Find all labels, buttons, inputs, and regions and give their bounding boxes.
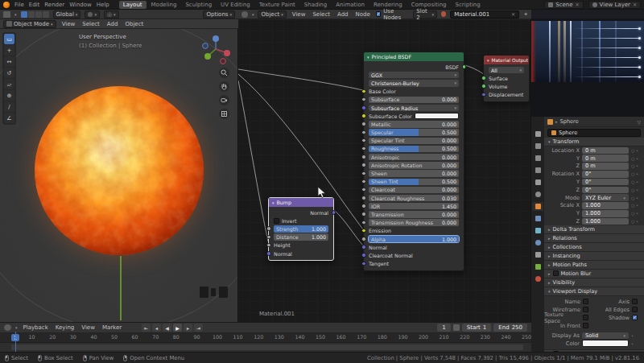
pin-icon[interactable]: ✦ (523, 11, 528, 18)
node-header[interactable]: ▾ Material Output (484, 56, 529, 64)
socket-output[interactable] (462, 64, 467, 69)
properties-tab-object[interactable] (532, 202, 543, 211)
socket-input[interactable] (361, 97, 366, 102)
socket-input[interactable] (266, 251, 271, 256)
socket-input[interactable] (361, 253, 366, 258)
decorator-icons[interactable]: ○ • (631, 203, 641, 208)
node-material-output[interactable]: ▾ Material Output All▾SurfaceVolumeDispl… (483, 55, 530, 102)
move-tool-button[interactable]: ↔ (4, 56, 14, 67)
next-keyframe-button[interactable]: ▸ (184, 324, 192, 332)
transform-y-field[interactable]: 0 m (582, 155, 629, 162)
select-mode-toggle-group[interactable] (21, 11, 49, 18)
socket-input[interactable] (481, 93, 486, 97)
properties-tab-output[interactable] (532, 154, 543, 163)
principled-subsurface-field[interactable]: Subsurface0.000 (369, 97, 459, 103)
socket-input[interactable] (481, 84, 486, 89)
properties-tab-render[interactable] (532, 142, 543, 151)
socket-input[interactable] (266, 226, 271, 231)
principled-clearcoat-field[interactable]: Clearcoat0.000 (369, 187, 459, 193)
principled-metallic-field[interactable]: Metallic0.000 (369, 121, 459, 127)
timeline-menu-keying[interactable]: Keying (54, 324, 76, 331)
node-bump[interactable]: ▾ Bump NormalInvertStrength1.000Distance… (268, 197, 334, 261)
transform-z-field[interactable]: 1.000 (582, 218, 629, 225)
socket-input[interactable] (361, 163, 366, 167)
start-frame-field[interactable]: Start1 (462, 324, 492, 332)
play-reverse-button[interactable]: ◀ (163, 324, 171, 332)
properties-tab-view-layer[interactable] (532, 166, 543, 175)
navigation-gizmo[interactable] (199, 32, 233, 66)
principled-anisotropic-rotation-field[interactable]: Anisotropic Rotation0.000 (369, 162, 459, 168)
breadcrumb-object-name[interactable]: Sphere (560, 118, 579, 125)
timeline-editor-icon[interactable] (4, 324, 11, 331)
principled-transmission-field[interactable]: Transmission0.000 (369, 211, 459, 217)
transform-mode-field[interactable]: XYZ Euler▾ (582, 194, 629, 201)
select-box-tool-button[interactable]: ▭ (4, 34, 14, 44)
image-editor[interactable] (531, 19, 644, 117)
principled-christensen-burley-dropdown[interactable]: Christensen-Burley▾ (369, 80, 459, 86)
shader-type-dropdown[interactable]: Object▾ (258, 10, 286, 19)
socket-input[interactable] (266, 235, 271, 240)
axis-checkbox[interactable]: ✓ (632, 299, 638, 304)
principled-transmission-roughness-field[interactable]: Transmission Roughness0.000 (369, 219, 459, 225)
socket-input[interactable] (266, 243, 271, 248)
socket-input[interactable] (361, 122, 366, 126)
decorator-icons[interactable]: ○ • (631, 211, 641, 216)
socket-input[interactable] (361, 171, 366, 176)
jump-to-end-button[interactable]: ⇥ (194, 324, 203, 332)
shader-menu-view[interactable]: View (291, 11, 308, 18)
node-header[interactable]: ▾ Principled BSDF (364, 52, 464, 61)
unlink-material-icon[interactable]: ✕ (511, 11, 515, 17)
timeline-menu-view[interactable]: View (80, 324, 97, 331)
decorator-icons[interactable]: ○ • (631, 156, 641, 161)
socket-input[interactable] (361, 221, 366, 225)
shader-node-editor[interactable]: ▾ Principled BSDF BSDFGGX▾Christensen-Bu… (238, 19, 531, 322)
properties-tab-tool[interactable] (532, 130, 543, 138)
scale-tool-button[interactable]: ▱ (4, 79, 14, 89)
transform-z-field[interactable]: 0 m (582, 163, 629, 170)
socket-input[interactable] (361, 179, 366, 184)
socket-input[interactable] (361, 105, 366, 110)
panel-transform[interactable]: ▾Transform (544, 138, 644, 146)
menu-render[interactable]: Render (42, 2, 67, 8)
socket-input[interactable] (361, 196, 366, 200)
panel-delta-transform[interactable]: ▸Delta Transform (544, 225, 644, 234)
viewport-menu-view[interactable]: View (60, 21, 77, 27)
jump-to-start-button[interactable]: ⇤ (142, 324, 151, 332)
lock-range-icon[interactable] (453, 324, 460, 331)
decorator-icons[interactable]: ○ • (631, 163, 641, 168)
blender-logo-icon[interactable] (3, 2, 10, 8)
shadow-checkbox[interactable]: ✓ (632, 315, 638, 320)
menu-edit[interactable]: Edit (27, 2, 43, 8)
bump-strength-field[interactable]: Strength1.000 (274, 225, 328, 232)
rotate-tool-button[interactable]: ↺ (4, 68, 14, 78)
decorator-icons[interactable]: ○ • (631, 196, 641, 200)
scene-selector[interactable]: Scene ✕ (544, 1, 583, 9)
measure-tool-button[interactable]: ∠ (4, 113, 14, 123)
shader-editor-type-icon[interactable] (242, 11, 248, 18)
node-header[interactable]: ▾ Bump (269, 198, 333, 207)
workspace-tab-modeling[interactable]: Modeling (147, 1, 181, 9)
menu-window[interactable]: Window (67, 2, 94, 8)
principled-sheen-field[interactable]: Sheen0.000 (369, 170, 459, 176)
options-dropdown[interactable]: Options▾ (203, 10, 235, 19)
filter-icon[interactable]: ▽ (637, 119, 641, 125)
socket-input[interactable] (361, 229, 366, 233)
properties-tab-constraints[interactable] (532, 250, 543, 259)
principled-alpha-field[interactable]: Alpha1.000 (369, 236, 459, 242)
decorator-icons[interactable]: ○ • (631, 219, 641, 224)
invert-checkbox[interactable] (274, 218, 279, 224)
panel-visibility[interactable]: ▸Visibility (544, 278, 644, 287)
principled-ggx-dropdown[interactable]: GGX▾ (369, 72, 459, 78)
mode-dropdown[interactable]: Object Mode▾ (3, 20, 56, 28)
panel-motion-blur[interactable]: ▸✓Motion Blur (544, 270, 644, 278)
transform-rotation-x-field[interactable]: 0° (582, 171, 629, 178)
properties-tab-material[interactable] (532, 274, 543, 283)
socket-input[interactable] (361, 188, 366, 192)
decorator-icons[interactable]: ○ • (631, 188, 641, 192)
menu-file[interactable]: File (12, 2, 27, 8)
texture-space-checkbox[interactable]: ✓ (583, 315, 588, 320)
in-front-checkbox[interactable]: ✓ (583, 323, 588, 328)
all-edges-checkbox[interactable]: ✓ (632, 307, 638, 312)
properties-tab-scene[interactable] (532, 178, 543, 187)
cursor-tool-button[interactable]: + (4, 45, 14, 56)
